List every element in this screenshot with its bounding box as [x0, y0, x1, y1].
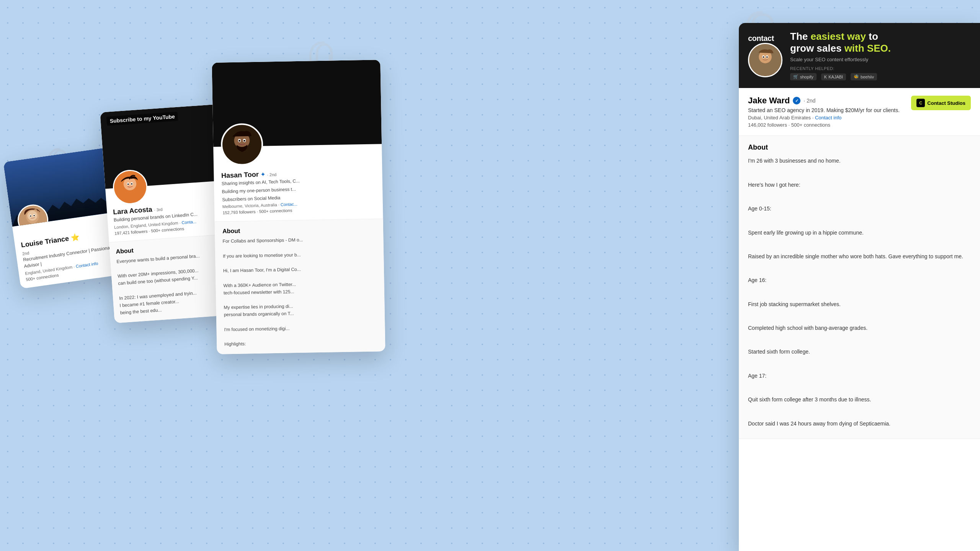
lara-banner-text: Subscribe to my YouTube: [106, 112, 178, 126]
about-line-5: Age 16:: [748, 276, 971, 285]
about-line-2: Age 0-15:: [748, 204, 971, 214]
about-line-blank-6: [748, 287, 971, 297]
about-line-11: Doctor said I was 24 hours away from dyi…: [748, 419, 971, 429]
about-line-4: Raised by an incredible single mother wh…: [748, 252, 971, 261]
about-line-3: Spent early life growing up in a hippie …: [748, 228, 971, 238]
contact-studios-logo: C: [916, 99, 925, 107]
jake-location: Dubai, United Arab Emirates · Contact in…: [748, 115, 900, 121]
jake-ad-logo-text: contact: [748, 34, 782, 77]
about-line-blank-4: [748, 240, 971, 249]
jake-profile-right: C Contact Studios: [911, 96, 971, 110]
jake-followers: 146,002 followers · 500+ connections: [748, 122, 900, 128]
about-line-9: Age 17:: [748, 371, 971, 381]
brand-kajabi: K KAJABI: [821, 73, 846, 80]
jake-name: Jake Ward ✓ · 2nd: [748, 96, 900, 106]
about-line-0: I'm 26 with 3 businesses and no home.: [748, 156, 971, 166]
jake-contact-link[interactable]: Contact info: [815, 115, 841, 121]
jake-about-title: About: [748, 143, 971, 152]
svg-point-23: [763, 56, 764, 58]
card-hasan: Hasan Toor ✦ · 2nd Sharing insights on A…: [212, 60, 385, 354]
jake-about-text: I'm 26 with 3 businesses and no home. He…: [748, 156, 971, 428]
about-line-8: Started sixth form college.: [748, 347, 971, 357]
jake-badge: · 2nd: [804, 98, 815, 104]
svg-point-24: [766, 56, 768, 58]
jake-ad-banner: contact The easiest way togrow sa: [739, 23, 980, 88]
jake-profile-left: Jake Ward ✓ · 2nd Started an SEO agency …: [748, 96, 900, 129]
about-line-blank-5: [748, 264, 971, 273]
ad-logo: contact: [748, 34, 774, 43]
hasan-about-section: About For Collabs and Sponsorships - DM …: [215, 219, 385, 354]
about-line-7: Completed high school with bang-average …: [748, 323, 971, 333]
jake-profile-section: Jake Ward ✓ · 2nd Started an SEO agency …: [739, 88, 980, 136]
about-line-1: Here's how I got here:: [748, 180, 971, 190]
contact-studios-button[interactable]: C Contact Studios: [911, 96, 971, 110]
jake-ad-title: The easiest way togrow sales with SEO.: [790, 31, 971, 54]
lara-contact-link[interactable]: Conta...: [181, 219, 196, 225]
about-line-blank-3: [748, 216, 971, 225]
jake-headline: Started an SEO agency in 2019. Making $2…: [748, 107, 900, 113]
jake-ad-text: The easiest way togrow sales with SEO. S…: [790, 31, 971, 80]
jake-ad-subtitle: Scale your SEO content effortlessly: [790, 57, 971, 62]
about-line-10: Quit sixth form college after 3 months d…: [748, 395, 971, 404]
hasan-contact-link[interactable]: Contac...: [281, 202, 297, 207]
about-line-blank-9: [748, 359, 971, 369]
about-line-blank-8: [748, 335, 971, 345]
about-line-6: First job stacking supermarket shelves.: [748, 300, 971, 309]
about-line-blank-10: [748, 383, 971, 393]
about-line-blank-7: [748, 311, 971, 321]
hasan-badge: · 2nd: [267, 172, 277, 177]
about-line-blank-2: [748, 192, 971, 202]
jake-ad-logos: 🛒 shopify K KAJABI 🐝 beehiiv: [790, 73, 971, 80]
lara-badge: · 3rd: [154, 207, 163, 212]
about-line-blank-1: [748, 168, 971, 178]
jake-ad-helped-label: RECENTLY HELPED:: [790, 66, 971, 71]
card-jake[interactable]: contact The easiest way togrow sa: [739, 23, 980, 551]
hasan-about-title: About: [222, 225, 376, 235]
louise-badge: 2nd: [22, 251, 29, 256]
hasan-about-text: For Collabs and Sponsorships - DM o... I…: [222, 235, 377, 348]
jake-verified-icon: ✓: [793, 97, 800, 104]
jake-ad-avatar: [748, 43, 782, 77]
brand-beehiiv: 🐝 beehiiv: [851, 73, 877, 80]
brand-shopify: 🛒 shopify: [790, 73, 817, 80]
about-line-blank-11: [748, 407, 971, 416]
jake-about-section: About I'm 26 with 3 businesses and no ho…: [739, 136, 980, 439]
